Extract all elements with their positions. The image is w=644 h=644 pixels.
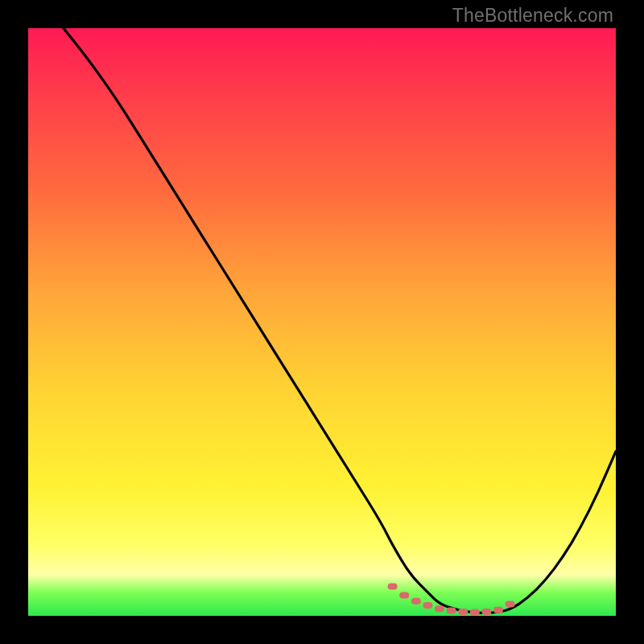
flat-dot [458, 609, 468, 615]
flat-dot [447, 607, 456, 613]
flat-dot [506, 601, 515, 607]
flat-dot [388, 584, 398, 590]
bottleneck-curve [64, 28, 616, 613]
flat-dot [411, 598, 421, 605]
flat-dot [435, 605, 444, 612]
flat-region-dots [388, 584, 515, 616]
watermark-text: TheBottleneck.com [452, 5, 613, 27]
flat-dot [493, 607, 503, 613]
bottleneck-curve-svg [28, 28, 616, 616]
flat-dot [481, 609, 491, 615]
chart-frame: TheBottleneck.com [0, 0, 644, 644]
flat-dot [399, 592, 409, 599]
flat-dot [423, 602, 432, 609]
flat-dot [470, 609, 480, 616]
